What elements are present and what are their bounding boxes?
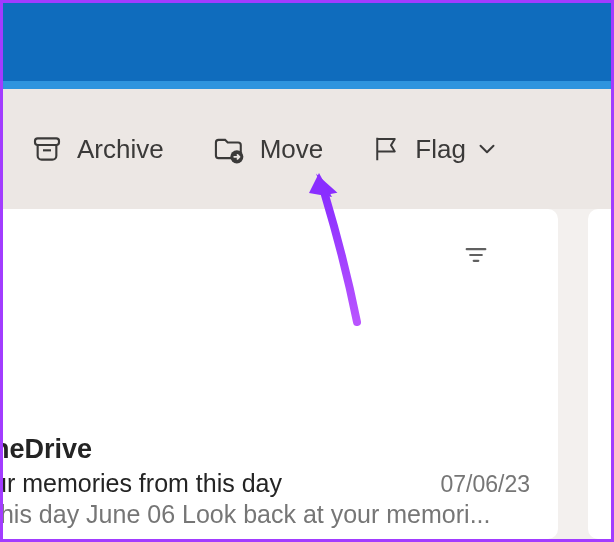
email-date: 07/06/23: [440, 471, 530, 498]
archive-icon: [31, 133, 63, 165]
filter-icon[interactable]: [462, 241, 490, 273]
flag-button[interactable]: Flag: [371, 133, 500, 165]
reading-pane-edge: [588, 209, 614, 539]
action-toolbar: Archive Move Flag: [3, 89, 611, 209]
email-subject: ur memories from this day: [0, 469, 282, 498]
move-button[interactable]: Move: [212, 133, 324, 165]
move-label: Move: [260, 134, 324, 165]
flag-label: Flag: [415, 134, 466, 165]
email-list-panel: neDrive ur memories from this day 07/06/…: [0, 209, 558, 539]
header-accent: [3, 81, 611, 89]
email-list-item[interactable]: neDrive ur memories from this day 07/06/…: [0, 434, 558, 529]
content-area: neDrive ur memories from this day 07/06/…: [3, 209, 611, 539]
email-preview: this day June 06 Look back at your memor…: [0, 500, 530, 529]
flag-icon: [371, 133, 401, 165]
svg-rect-0: [35, 138, 59, 145]
folder-move-icon: [212, 133, 246, 165]
archive-label: Archive: [77, 134, 164, 165]
archive-button[interactable]: Archive: [31, 133, 164, 165]
email-sender: neDrive: [0, 434, 530, 465]
chevron-down-icon[interactable]: [474, 136, 500, 162]
app-header: [3, 3, 611, 81]
